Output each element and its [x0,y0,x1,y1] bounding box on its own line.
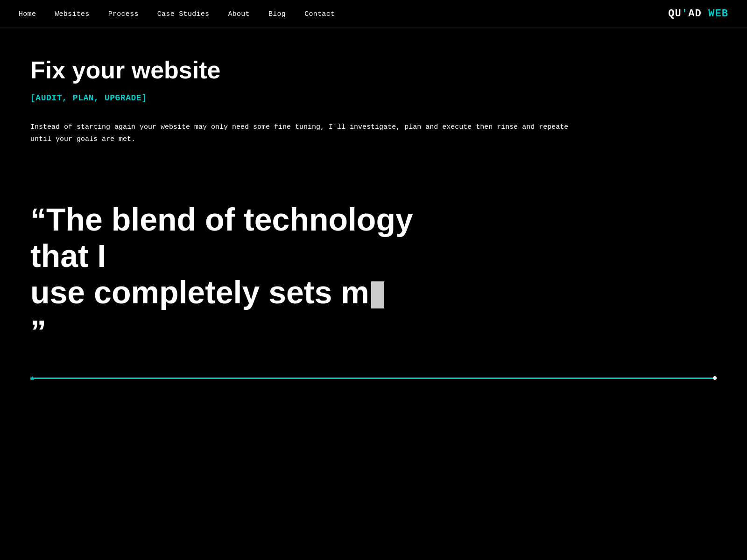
nav-case-studies[interactable]: Case Studies [157,10,210,18]
progress-dot-right [713,376,717,380]
quote-closing: ” [30,313,451,350]
quote-line1: “The blend of technology that I [30,202,413,273]
logo-web: WEB [708,8,728,20]
page-subtitle: [AUDIT, PLAN, UPGRADE] [30,93,717,103]
quote-text: “The blend of technology that I use comp… [30,201,451,350]
nav-contact[interactable]: Contact [304,10,335,18]
nav-home[interactable]: Home [19,10,36,18]
quote-line2: use completely sets m [30,274,369,310]
nav-process[interactable]: Process [108,10,139,18]
logo-quad: QU'AD [668,8,708,20]
progress-bar-fill [30,378,717,379]
progress-bar [30,378,717,379]
quote-section: “The blend of technology that I use comp… [0,164,747,378]
nav-about[interactable]: About [228,10,250,18]
nav-blog[interactable]: Blog [268,10,286,18]
text-cursor [371,281,384,308]
nav-links: Home Websites Process Case Studies About… [19,10,335,18]
nav-websites[interactable]: Websites [55,10,89,18]
site-logo[interactable]: QU'AD WEB [668,8,728,20]
page-description: Instead of starting again your website m… [30,121,591,145]
progress-section [0,378,747,379]
navbar: Home Websites Process Case Studies About… [0,0,747,28]
page-title: Fix your website [30,56,717,84]
main-content: Fix your website [AUDIT, PLAN, UPGRADE] … [0,28,747,164]
